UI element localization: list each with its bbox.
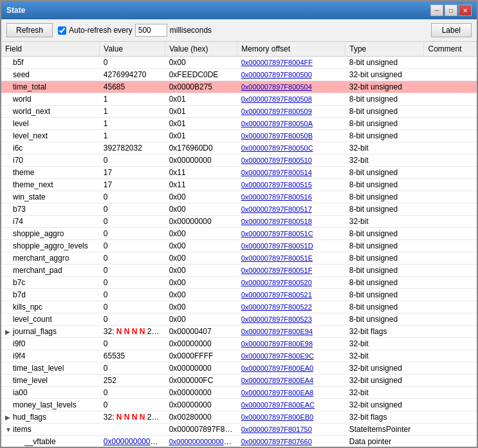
cell-offset[interactable]: 0x000007897F800515 — [237, 179, 345, 191]
cell-offset[interactable]: 0x000007897F800EA0 — [237, 362, 345, 375]
cell-offset[interactable]: 0x000007897F80051D — [237, 240, 345, 252]
label-button[interactable]: Label — [431, 23, 472, 37]
cell-offset[interactable]: 0x000007897F800521 — [237, 289, 345, 301]
offset-link[interactable]: 0x000007897F801750 — [241, 425, 312, 433]
cell-offset[interactable]: 0x000007897F80051E — [237, 252, 345, 265]
table-row: b7d00x000x000007897F8005218-bit unsigned — [1, 289, 477, 301]
minimize-button[interactable]: ─ — [430, 5, 443, 16]
cell-field: theme — [1, 167, 100, 179]
table-container[interactable]: Field Value Value (hex) Memory offset Ty… — [1, 42, 477, 447]
cell-offset[interactable]: 0x000007897F80050C — [237, 142, 345, 154]
cell-offset[interactable]: 0x000007897F800516 — [237, 191, 345, 203]
offset-link[interactable]: 0x000007897F80050C — [241, 144, 313, 152]
value-link[interactable]: 0x0000000000000000 — [104, 437, 165, 446]
offset-link[interactable]: 0x000007897F800504 — [241, 83, 312, 91]
header-comment: Comment — [424, 42, 477, 57]
offset-link[interactable]: 0x000007897F800520 — [241, 279, 312, 286]
offset-link[interactable]: 0x000007897F800E9C — [241, 352, 314, 360]
cell-offset[interactable]: 0x000007897F800504 — [237, 81, 345, 93]
close-button[interactable]: ✕ — [459, 5, 472, 16]
cell-offset[interactable]: 0x000007897F800EA8 — [237, 387, 345, 399]
cell-offset[interactable]: 0x000007897F800508 — [237, 93, 345, 106]
offset-link[interactable]: 0x000007897F800509 — [241, 107, 312, 115]
offset-link[interactable]: 0x000007897F800521 — [241, 291, 312, 299]
cell-hex: 0x00000407 — [165, 326, 237, 338]
offset-link[interactable]: 0x000007897F800517 — [241, 205, 312, 213]
cell-offset[interactable]: 0x000007897F800523 — [237, 313, 345, 326]
cell-comment — [424, 338, 477, 350]
cell-offset[interactable]: 0x000007897F800517 — [237, 203, 345, 216]
header-hex: Value (hex) — [165, 42, 237, 57]
offset-link[interactable]: 0x000007897F800523 — [241, 315, 312, 323]
cell-type: 8-bit unsigned — [345, 57, 424, 69]
offset-link[interactable]: 0x000007897F800518 — [241, 218, 312, 225]
offset-link[interactable]: 0x000007897F80051D — [241, 242, 313, 250]
offset-link[interactable]: 0x000007897F800E98 — [241, 340, 313, 348]
hex-link[interactable]: 0x0000000000000000 — [169, 437, 237, 446]
offset-link[interactable]: 0x000007897F800EA4 — [241, 377, 314, 384]
cell-field: merchant_pad — [1, 265, 100, 277]
offset-link[interactable]: 0x000007897F80051E — [241, 254, 313, 262]
offset-link[interactable]: 0x000007897F800514 — [241, 169, 312, 176]
offset-link[interactable]: 0x000007897F80051C — [241, 230, 313, 238]
cell-hex: 0x01 — [165, 106, 237, 118]
cell-comment — [424, 154, 477, 167]
interval-input[interactable] — [135, 24, 167, 37]
cell-offset[interactable]: 0x000007897F800EB0 — [237, 411, 345, 424]
refresh-button[interactable]: Refresh — [6, 23, 53, 37]
offset-link[interactable]: 0x000007897F800500 — [241, 71, 312, 79]
offset-link[interactable]: 0x000007897F800EB0 — [241, 413, 314, 421]
table-row: __vftable0x00000000000000000x00000000000… — [1, 436, 477, 447]
offset-link[interactable]: 0x000007897F800E94 — [241, 328, 313, 335]
cell-comment — [424, 326, 477, 338]
cell-offset[interactable]: 0x000007897F800E94 — [237, 326, 345, 338]
cell-offset[interactable]: 0x000007897F800E9C — [237, 350, 345, 362]
offset-link[interactable]: 0x000007897F800EAC — [241, 401, 315, 409]
table-row: level_next10x010x000007897F80050B8-bit u… — [1, 130, 477, 142]
cell-type: 8-bit unsigned — [345, 301, 424, 313]
cell-offset[interactable]: 0x000007897F80051C — [237, 228, 345, 240]
cell-offset[interactable]: 0x000007897F800500 — [237, 69, 345, 81]
cell-offset[interactable]: 0x000007897F8004FF — [237, 57, 345, 69]
expand-icon[interactable]: ▶ — [5, 414, 13, 421]
cell-type: 32-bit — [345, 387, 424, 399]
expand-icon[interactable]: ▼ — [5, 426, 13, 433]
cell-offset[interactable]: 0x000007897F80051F — [237, 265, 345, 277]
cell-comment — [424, 57, 477, 69]
offset-link[interactable]: 0x000007897F800EA8 — [241, 389, 314, 397]
offset-link[interactable]: 0x000007897F80051F — [241, 266, 313, 274]
autorefresh-checkbox[interactable] — [58, 26, 66, 35]
cell-value: 1 — [100, 106, 165, 118]
offset-link[interactable]: 0x000007897F8004FF — [241, 59, 313, 66]
cell-field: time_level — [1, 375, 100, 387]
offset-link[interactable]: 0x000007897F807660 — [241, 438, 312, 445]
cell-offset[interactable]: 0x000007897F800522 — [237, 301, 345, 313]
cell-offset[interactable]: 0x000007897F80050A — [237, 118, 345, 130]
offset-link[interactable]: 0x000007897F800EA0 — [241, 364, 314, 372]
cell-offset[interactable]: 0x000007897F800EA4 — [237, 375, 345, 387]
maximize-button[interactable]: □ — [445, 5, 457, 16]
offset-link[interactable]: 0x000007897F800516 — [241, 193, 312, 201]
cell-hex: 0x00000000 — [165, 387, 237, 399]
cell-offset[interactable]: 0x000007897F800514 — [237, 167, 345, 179]
cell-value: 0 — [100, 301, 165, 313]
expand-icon[interactable]: ▶ — [5, 328, 13, 335]
cell-offset[interactable]: 0x000007897F800518 — [237, 216, 345, 228]
cell-offset[interactable]: 0x000007897F807660 — [237, 436, 345, 447]
cell-offset[interactable]: 0x000007897F800520 — [237, 277, 345, 289]
cell-offset[interactable]: 0x000007897F800E98 — [237, 338, 345, 350]
cell-type: 32-bit unsigned — [345, 69, 424, 81]
cell-offset[interactable]: 0x000007897F800509 — [237, 106, 345, 118]
offset-link[interactable]: 0x000007897F800522 — [241, 303, 312, 311]
cell-offset[interactable]: 0x000007897F800EAC — [237, 399, 345, 411]
cell-comment — [424, 301, 477, 313]
cell-offset[interactable]: 0x000007897F801750 — [237, 424, 345, 436]
offset-link[interactable]: 0x000007897F80050A — [241, 120, 313, 127]
cell-offset[interactable]: 0x000007897F800510 — [237, 154, 345, 167]
cell-offset[interactable]: 0x000007897F80050B — [237, 130, 345, 142]
offset-link[interactable]: 0x000007897F800510 — [241, 156, 312, 164]
offset-link[interactable]: 0x000007897F800515 — [241, 181, 312, 189]
offset-link[interactable]: 0x000007897F80050B — [241, 132, 313, 140]
cell-field: b7d — [1, 289, 100, 301]
offset-link[interactable]: 0x000007897F800508 — [241, 95, 312, 103]
